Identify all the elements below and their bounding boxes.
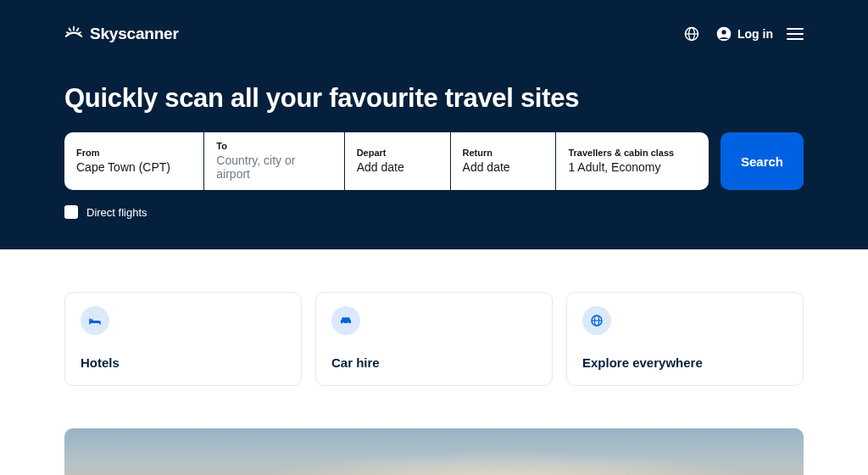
explore-card[interactable]: Explore everywhere xyxy=(566,292,804,386)
burger-line-icon xyxy=(787,33,804,35)
from-field[interactable]: From Cape Town (CPT) xyxy=(64,132,203,190)
hotels-card[interactable]: Hotels xyxy=(64,292,302,386)
search-button[interactable]: Search xyxy=(721,132,804,190)
card-label: Explore everywhere xyxy=(582,355,787,370)
return-value: Add date xyxy=(463,160,544,174)
hotel-icon xyxy=(81,306,109,335)
svg-point-10 xyxy=(92,319,93,321)
brand-name: Skyscanner xyxy=(90,25,179,43)
search-form: From Cape Town (CPT) To Country, city or… xyxy=(64,132,804,190)
travellers-value: 1 Adult, Economy xyxy=(568,160,696,174)
to-field[interactable]: To Country, city or airport xyxy=(204,132,343,190)
page-headline: Quickly scan all your favourite travel s… xyxy=(64,83,804,114)
globe-icon xyxy=(582,306,611,335)
return-field[interactable]: Return Add date xyxy=(451,132,556,190)
depart-label: Depart xyxy=(357,148,438,158)
user-circle-icon xyxy=(715,25,732,42)
svg-line-2 xyxy=(77,29,79,31)
login-label: Log in xyxy=(737,27,773,41)
travellers-label: Travellers & cabin class xyxy=(568,148,696,158)
to-placeholder: Country, city or airport xyxy=(216,154,331,181)
card-label: Hotels xyxy=(81,355,286,370)
burger-line-icon xyxy=(787,28,804,30)
to-label: To xyxy=(216,141,331,151)
globe-icon xyxy=(683,25,700,42)
svg-line-3 xyxy=(67,32,69,33)
burger-line-icon xyxy=(787,38,804,40)
login-button[interactable]: Log in xyxy=(715,25,773,42)
direct-flights-label: Direct flights xyxy=(86,206,147,219)
svg-line-1 xyxy=(70,29,71,31)
depart-field[interactable]: Depart Add date xyxy=(345,132,450,190)
promo-banner[interactable] xyxy=(64,428,804,475)
brand-logo[interactable]: Skyscanner xyxy=(64,25,179,43)
depart-value: Add date xyxy=(357,160,438,174)
from-value: Cape Town (CPT) xyxy=(76,160,192,174)
from-label: From xyxy=(76,148,192,158)
svg-line-4 xyxy=(79,32,81,33)
car-icon xyxy=(331,306,360,335)
skyscanner-sun-icon xyxy=(64,25,83,43)
carhire-card[interactable]: Car hire xyxy=(315,292,553,386)
svg-point-9 xyxy=(721,30,726,34)
svg-point-11 xyxy=(342,322,344,324)
svg-point-12 xyxy=(348,322,349,324)
return-label: Return xyxy=(463,148,544,158)
menu-button[interactable] xyxy=(787,28,804,40)
card-label: Car hire xyxy=(331,355,537,370)
region-language-button[interactable] xyxy=(682,24,702,44)
direct-flights-checkbox[interactable] xyxy=(64,205,78,219)
travellers-field[interactable]: Travellers & cabin class 1 Adult, Econom… xyxy=(556,132,708,190)
